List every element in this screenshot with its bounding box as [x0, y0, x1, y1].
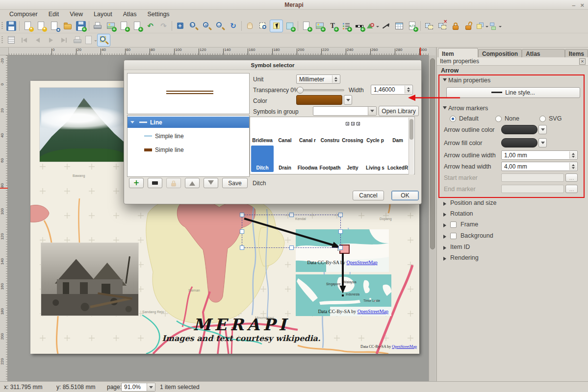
arrow-outline-color-swatch[interactable]: [501, 125, 537, 134]
zoom-level-combobox[interactable]: 91.0%: [121, 383, 155, 392]
composition-subtitle-item[interactable]: Images and text courtesy wikipedia.: [128, 334, 354, 343]
export-image-button[interactable]: [104, 20, 117, 32]
add-shape-button[interactable]: [366, 20, 379, 32]
tree-expander-icon[interactable]: [130, 121, 134, 125]
new-composition-button[interactable]: [21, 20, 34, 32]
cancel-button[interactable]: Cancel: [353, 191, 384, 200]
openstreetmap-link[interactable]: OpenStreetMap: [358, 309, 388, 314]
scrollbar-thumb[interactable]: [430, 58, 435, 249]
tab-item-properties[interactable]: Item properties: [438, 48, 478, 57]
combo-dropdown[interactable]: [368, 107, 376, 115]
destroyed-house-photo-item[interactable]: [41, 243, 139, 316]
move-down-button[interactable]: [204, 178, 218, 188]
start-marker-field[interactable]: [501, 173, 564, 182]
add-scalebar-button[interactable]: [353, 20, 366, 32]
symbol-cell[interactable]: Canal: [274, 118, 296, 145]
symbol-cell-selected[interactable]: Ditch: [251, 146, 274, 172]
section-frame[interactable]: Frame: [442, 221, 478, 228]
section-item-id[interactable]: Item ID: [442, 244, 470, 251]
save-project-button[interactable]: [4, 20, 18, 32]
zoom-region-button[interactable]: [256, 20, 270, 32]
menu-view[interactable]: View: [64, 10, 88, 18]
resize-handle-sw[interactable]: [240, 245, 244, 250]
color-swatch-brown[interactable]: [296, 95, 342, 105]
background-checkbox[interactable]: [450, 233, 457, 239]
symbol-cell[interactable]: Dam: [386, 118, 409, 145]
resize-handle-n[interactable]: [289, 213, 294, 217]
frame-checkbox[interactable]: [450, 221, 457, 228]
menu-atlas[interactable]: Atlas: [118, 10, 142, 18]
open-library-button[interactable]: Open Library: [379, 106, 419, 116]
dialog-title[interactable]: Symbol selector: [124, 60, 421, 70]
resize-handle-s[interactable]: [289, 245, 294, 250]
tree-item-line[interactable]: Line: [128, 117, 249, 128]
tree-item-simple-line-2[interactable]: Simple line: [128, 144, 249, 155]
tab-composition[interactable]: Composition: [478, 49, 522, 57]
marker-default-radio[interactable]: Default: [450, 115, 479, 122]
select-move-item-button[interactable]: [270, 20, 283, 32]
panel-close-icon[interactable]: [579, 58, 586, 65]
resize-handle-ne[interactable]: [338, 213, 343, 217]
add-table-button[interactable]: [392, 20, 406, 32]
resize-handle-se[interactable]: [338, 245, 343, 250]
menu-settings[interactable]: Settings: [142, 10, 175, 18]
export-svg-button[interactable]: [117, 20, 130, 32]
save-template-button[interactable]: [74, 20, 87, 32]
symbols-group-combobox[interactable]: [313, 106, 377, 116]
selection-rectangle[interactable]: [242, 215, 341, 248]
atlas-first-feature-button[interactable]: [18, 34, 31, 47]
section-rendering[interactable]: Rendering: [442, 254, 479, 262]
lock-symbol-button[interactable]: [166, 178, 181, 188]
save-symbol-button[interactable]: Save: [222, 178, 248, 188]
symbol-cell[interactable]: Living s: [364, 146, 386, 172]
print-button[interactable]: [91, 20, 104, 32]
start-marker-browse-button[interactable]: ...: [565, 173, 578, 182]
atlas-previous-feature-button[interactable]: [31, 34, 44, 47]
zoom-out-button[interactable]: −: [213, 20, 227, 32]
undo-button[interactable]: [144, 20, 157, 32]
scrollbar-thumb[interactable]: [409, 119, 413, 140]
pan-button[interactable]: [243, 20, 256, 32]
openstreetmap-link[interactable]: OpenStreetMap: [392, 344, 417, 349]
canvas-vertical-scrollbar[interactable]: [429, 55, 435, 381]
arrow-head-width-spinbox[interactable]: 4,00 mm: [501, 162, 578, 171]
toolbar-grip[interactable]: [1, 22, 3, 30]
symbol-cell[interactable]: Crossing: [341, 118, 364, 145]
ungroup-items-button[interactable]: [435, 20, 449, 32]
symbol-cell[interactable]: Canal r: [296, 118, 319, 145]
lock-items-button[interactable]: [449, 20, 462, 32]
unit-combobox[interactable]: Millimeter: [296, 74, 340, 84]
atlas-last-feature-button[interactable]: [57, 34, 71, 47]
tab-items[interactable]: Items: [565, 49, 588, 57]
add-image-button[interactable]: [313, 20, 326, 32]
ok-button[interactable]: OK: [391, 191, 419, 200]
add-legend-button[interactable]: [339, 20, 353, 32]
transparency-slider[interactable]: [297, 89, 344, 91]
zoom-full-button[interactable]: [174, 20, 187, 32]
add-arrow-button[interactable]: [379, 20, 392, 32]
resize-handle-w[interactable]: [240, 229, 244, 234]
open-template-button[interactable]: [61, 20, 74, 32]
menu-composer[interactable]: Composer: [4, 10, 43, 18]
toolbar-grip[interactable]: [1, 36, 3, 44]
add-label-button[interactable]: [326, 20, 339, 32]
raise-items-button[interactable]: [475, 20, 488, 32]
arrow-outline-width-spinbox[interactable]: 1,00 mm: [501, 150, 578, 160]
align-items-button[interactable]: [488, 20, 502, 32]
symbol-cell[interactable]: Constru: [319, 118, 341, 145]
resize-handle-e[interactable]: [338, 229, 343, 234]
spin-arrows-icon[interactable]: [569, 151, 577, 159]
duplicate-composition-button[interactable]: [34, 20, 48, 32]
move-content-button[interactable]: [283, 20, 296, 32]
remove-symbol-button[interactable]: [148, 178, 162, 188]
indonesia-inset-map-item[interactable]: Singapore Malaysia Indonesia Timor Leste…: [296, 274, 391, 316]
composition-title-item[interactable]: MERAPI: [153, 316, 330, 334]
atlas-settings-button[interactable]: [97, 34, 110, 47]
menu-layout[interactable]: Layout: [88, 10, 118, 18]
arrow-markers-header[interactable]: Arrow markers: [443, 105, 488, 112]
volcano-photo-item[interactable]: [39, 87, 125, 162]
redo-button[interactable]: [157, 20, 170, 32]
end-marker-browse-button[interactable]: ...: [565, 185, 578, 193]
symbol-cell[interactable]: Drain: [274, 146, 296, 172]
export-pdf-button[interactable]: [130, 20, 144, 32]
